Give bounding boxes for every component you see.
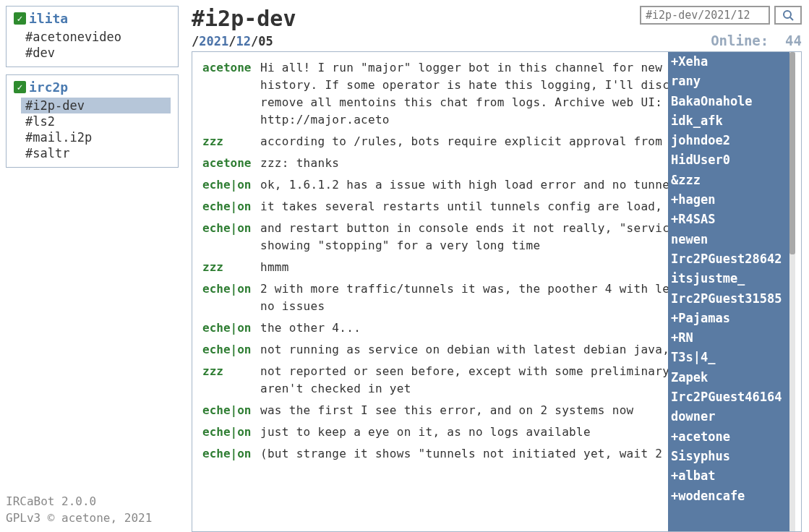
message-nick: zzz [202,133,260,150]
scroll-thumb[interactable] [789,52,795,254]
dateline: /2021/12/05 Online: 44 [192,33,802,48]
network-name: irc2p [29,80,68,95]
user-item[interactable]: newen [671,230,792,249]
user-item[interactable]: +hagen [671,190,792,210]
user-item[interactable]: T3s|4_ [671,348,792,367]
channel-item[interactable]: #acetonevideo [21,29,171,45]
user-item[interactable]: +Pajamas [671,309,792,328]
user-item[interactable]: HidUser0 [671,150,792,170]
user-item[interactable]: rany [671,72,792,91]
search-area [640,6,802,25]
channel-item[interactable]: #mail.i2p [21,129,171,145]
user-item[interactable]: BakaOnahole [671,92,792,111]
message-nick: eche|on [202,341,260,359]
user-item[interactable]: johndoe2 [671,131,792,150]
message-nick: eche|on [202,198,260,215]
search-button[interactable] [774,6,802,25]
message-nick: eche|on [202,402,260,419]
channel-item[interactable]: #ls2 [21,113,171,129]
message-nick: zzz [202,363,260,398]
message-nick: eche|on [202,319,260,337]
user-item[interactable]: itsjustme_ [671,269,792,288]
network-header[interactable]: ✓ ilita [14,11,171,26]
user-item[interactable]: downer [671,407,792,426]
user-item[interactable]: +wodencafe [671,486,792,506]
license-line: GPLv3 © acetone, 2021 [6,510,179,526]
user-item[interactable]: Sisyphus [671,447,792,466]
message-nick: eche|on [202,220,260,254]
user-item[interactable]: Irc2PGuest31585 [671,289,792,309]
channel-item[interactable]: #i2p-dev [21,98,171,113]
message-nick: eche|on [202,280,260,315]
user-item[interactable]: +albat [671,466,792,486]
channel-list: #i2p-dev #ls2 #mail.i2p #saltr [14,98,171,161]
main: #i2p-dev /2021/12/05 Online: 44 acetoneH… [184,0,809,532]
search-icon [782,9,794,21]
network-name: ilita [29,11,68,26]
svg-point-0 [784,11,791,18]
search-input[interactable] [640,6,770,25]
user-item[interactable]: +R4SAS [671,210,792,229]
check-icon: ✓ [14,12,26,25]
user-item[interactable]: Irc2PGuest46164 [671,387,792,407]
network-header[interactable]: ✓ irc2p [14,80,171,95]
breadcrumb[interactable]: /2021/12/05 [192,34,273,48]
user-item[interactable]: &zzz [671,171,792,190]
message-nick: acetone [202,59,260,129]
network-ilita: ✓ ilita #acetonevideo #dev [6,6,179,67]
channel-item[interactable]: #saltr [21,145,171,161]
network-irc2p: ✓ irc2p #i2p-dev #ls2 #mail.i2p #saltr [6,74,179,168]
user-item[interactable]: Irc2PGuest28642 [671,249,792,269]
user-item[interactable]: +RN [671,328,792,348]
check-icon: ✓ [14,81,26,93]
user-item[interactable]: +acetone [671,427,792,447]
online-count: Online: 44 [711,33,802,48]
message-nick: eche|on [202,176,260,194]
message-nick: acetone [202,155,260,172]
user-list[interactable]: +XeharanyBakaOnaholeidk_afkjohndoe2HidUs… [668,52,795,531]
app-version: IRCaBot 2.0.0 [6,494,179,510]
user-item[interactable]: +Xeha [671,52,792,72]
user-item[interactable]: idk_afk [671,111,792,131]
channel-title: #i2p-dev [192,6,296,31]
footer: IRCaBot 2.0.0 GPLv3 © acetone, 2021 [6,494,179,526]
channel-item[interactable]: #dev [21,45,171,61]
message-nick: eche|on [202,424,260,441]
svg-line-1 [790,17,793,20]
topbar: #i2p-dev [192,6,802,31]
log-box: acetoneHi all! I run "major" logger bot … [192,51,802,532]
scrollbar[interactable] [789,52,795,531]
channel-list: #acetonevideo #dev [14,29,171,61]
sidebar: ✓ ilita #acetonevideo #dev ✓ irc2p #i2p-… [0,0,184,532]
message-nick: eche|on [202,445,260,463]
user-item[interactable]: Zapek [671,368,792,387]
message-nick: zzz [202,259,260,276]
